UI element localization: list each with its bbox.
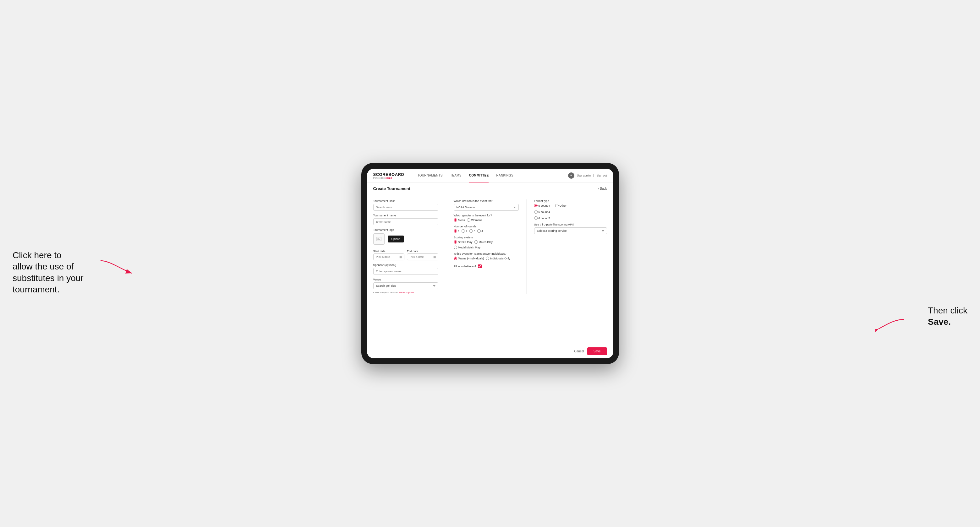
tournament-host-group: Tournament Host xyxy=(373,199,438,211)
rounds-1-radio[interactable] xyxy=(454,229,457,233)
nav-tournaments[interactable]: TOURNAMENTS xyxy=(414,169,446,183)
form-container: Tournament Host Tournament name Tourname… xyxy=(367,199,613,344)
scoring-medal[interactable]: Medal Match Play xyxy=(454,246,481,249)
gender-womens-radio[interactable] xyxy=(467,218,470,222)
sign-out-link[interactable]: Sign out xyxy=(597,174,607,177)
teams-label: Is this event for Teams and/or Individua… xyxy=(454,252,519,256)
gender-group: Which gender is the event for? Mens Wome… xyxy=(454,214,519,222)
email-support-link[interactable]: email support xyxy=(399,291,414,294)
svg-rect-1 xyxy=(377,237,381,241)
teams-plus-ind[interactable]: Teams (+Individuals) xyxy=(454,257,484,260)
rounds-radio-group: 1 2 3 xyxy=(454,229,519,233)
teams-ind-only[interactable]: Individuals Only xyxy=(486,257,510,260)
tournament-name-label: Tournament name xyxy=(373,214,438,217)
rounds-4[interactable]: 4 xyxy=(477,229,483,233)
gender-mens-label: Mens xyxy=(458,219,465,222)
logo-powered: Powered by clippd xyxy=(373,177,404,179)
substitutes-label: Allow substitutes? xyxy=(454,265,476,268)
header-divider xyxy=(373,196,607,196)
venue-help: Can't find your venue? email support xyxy=(373,291,438,294)
nav-right: B blair admin | Sign out xyxy=(568,172,607,179)
rounds-1-label: 1 xyxy=(458,230,460,233)
nav-committee[interactable]: COMMITTEE xyxy=(465,169,493,183)
rounds-group: Number of rounds 1 2 xyxy=(454,225,519,233)
logo-upload-area: Upload xyxy=(373,233,438,244)
outer-wrapper: Click here to allow the use of substitut… xyxy=(13,163,967,364)
start-date-group: Start date ▦ xyxy=(373,248,405,260)
date-group: Start date ▦ End date xyxy=(373,248,438,260)
rounds-3[interactable]: 3 xyxy=(469,229,476,233)
start-date-wrapper: ▦ xyxy=(373,254,405,260)
tournament-host-input[interactable] xyxy=(373,204,438,211)
rounds-4-label: 4 xyxy=(482,230,483,233)
scoring-medal-radio[interactable] xyxy=(454,246,457,249)
scoring-group: Scoring system Stroke Play Match Play xyxy=(454,236,519,249)
gender-label: Which gender is the event for? xyxy=(454,214,519,217)
cancel-button[interactable]: Cancel xyxy=(574,349,584,353)
rounds-3-radio[interactable] xyxy=(469,229,473,233)
end-date-label: End date xyxy=(407,250,418,253)
back-button[interactable]: ‹ Back xyxy=(598,187,607,190)
api-group: Use third-party live scoring API? Select… xyxy=(534,223,607,234)
annotation-right: Then click Save. xyxy=(928,305,967,328)
logo-placeholder xyxy=(373,233,385,244)
format-other[interactable]: Other xyxy=(555,204,567,207)
logo-scoreboard: SCOREBOARD xyxy=(373,172,404,177)
tournament-logo-group: Tournament logo Upload xyxy=(373,228,438,244)
date-row: Start date ▦ End date xyxy=(373,248,438,260)
venue-select[interactable]: Search golf club xyxy=(373,283,438,289)
nav-username: blair admin xyxy=(577,174,591,177)
nav-teams[interactable]: TEAMS xyxy=(447,169,465,183)
gender-womens[interactable]: Womens xyxy=(467,218,482,222)
format-other-radio[interactable] xyxy=(555,204,558,207)
nav-rankings[interactable]: RANKINGS xyxy=(492,169,517,183)
format-5count4-radio[interactable] xyxy=(534,204,538,207)
rounds-4-radio[interactable] xyxy=(477,229,481,233)
form-grid: Tournament Host Tournament name Tourname… xyxy=(373,199,607,294)
sponsor-input[interactable] xyxy=(373,268,438,275)
save-button[interactable]: Save xyxy=(587,348,607,355)
rounds-2-radio[interactable] xyxy=(461,229,465,233)
upload-button[interactable]: Upload xyxy=(388,235,404,243)
nav-links: TOURNAMENTS TEAMS COMMITTEE RANKINGS xyxy=(414,169,568,183)
arrow-right xyxy=(875,316,907,332)
division-group: Which division is the event for? NCAA Di… xyxy=(454,199,519,211)
gender-mens-radio[interactable] xyxy=(454,218,457,222)
scoring-stroke[interactable]: Stroke Play xyxy=(454,240,473,244)
tournament-name-input[interactable] xyxy=(373,218,438,225)
gender-womens-label: Womens xyxy=(471,219,482,222)
tournament-logo-label: Tournament logo xyxy=(373,228,438,232)
ind-only-radio[interactable] xyxy=(486,257,489,260)
division-select[interactable]: NCAA Division I xyxy=(454,204,519,211)
format-6count5-radio[interactable] xyxy=(534,216,538,220)
substitutes-checkbox[interactable] xyxy=(478,264,482,268)
venue-group: Venue Search golf club Can't find your v… xyxy=(373,278,438,294)
division-label: Which division is the event for? xyxy=(454,199,519,203)
format-6count4-radio[interactable] xyxy=(534,210,538,214)
scoring-match-label: Match Play xyxy=(479,241,493,244)
scoring-stroke-radio[interactable] xyxy=(454,240,457,244)
format-6count5[interactable]: 6 count 5 xyxy=(534,216,550,220)
scoring-match-radio[interactable] xyxy=(474,240,478,244)
rounds-1[interactable]: 1 xyxy=(454,229,460,233)
api-select[interactable]: Select a scoring service xyxy=(534,227,607,234)
teams-group: Is this event for Teams and/or Individua… xyxy=(454,252,519,260)
api-label: Use third-party live scoring API? xyxy=(534,223,607,226)
teams-plus-radio[interactable] xyxy=(454,257,457,260)
scoring-radio-group: Stroke Play Match Play Medal Match Play xyxy=(454,240,519,249)
scoring-match[interactable]: Match Play xyxy=(474,240,493,244)
format-6count4[interactable]: 6 count 4 xyxy=(534,210,550,214)
format-5count4-label: 5 count 4 xyxy=(539,204,550,207)
format-col-1: 5 count 4 6 count 4 6 count 5 xyxy=(534,204,550,220)
page-header: Create Tournament ‹ Back xyxy=(367,183,613,191)
scoring-medal-label: Medal Match Play xyxy=(458,246,481,249)
format-5count4[interactable]: 5 count 4 xyxy=(534,204,550,207)
substitutes-group: Allow substitutes? xyxy=(454,263,519,268)
gender-mens[interactable]: Mens xyxy=(454,218,465,222)
rounds-2[interactable]: 2 xyxy=(461,229,468,233)
logo-area: SCOREBOARD Powered by clippd xyxy=(373,172,404,179)
svg-point-2 xyxy=(378,238,379,239)
sponsor-label: Sponsor (optional) xyxy=(373,264,438,267)
arrow-left xyxy=(97,257,135,276)
format-col-2: Other xyxy=(555,204,567,220)
